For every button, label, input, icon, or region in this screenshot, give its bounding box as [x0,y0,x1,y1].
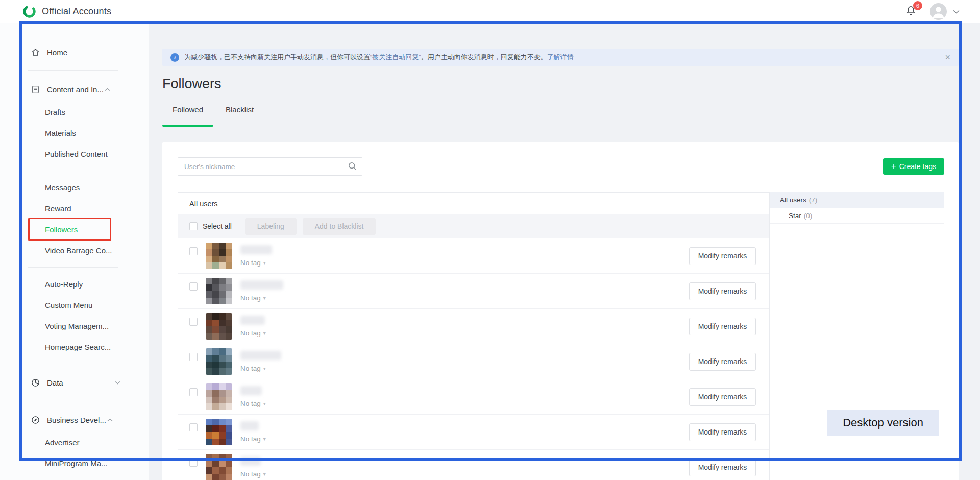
user-nickname-blurred [240,245,272,254]
sidebar-item-followers[interactable]: Followers [0,219,149,240]
tag-item-all-users[interactable]: All users(7) [770,192,944,208]
tab-followed[interactable]: Followed [162,105,213,126]
select-all-label: Select all [203,222,232,230]
chevron-up-icon [107,418,113,422]
main-content: i 为减少骚扰，已不支持向新关注用户手动发消息，但你可以设置“被关注自动回复”。… [149,23,980,480]
chevron-down-icon[interactable] [953,10,960,14]
row-checkbox[interactable] [189,459,198,467]
search-input-wrap [178,157,362,176]
chevron-down-icon [115,381,120,385]
auto-reply-link[interactable]: “被关注自动回复” [370,53,421,61]
modify-remarks-button[interactable]: Modify remarks [689,423,756,441]
compass-icon [31,415,40,425]
user-name-column: No tag▾ [240,351,281,372]
modify-remarks-button[interactable]: Modify remarks [689,282,756,300]
create-tags-button[interactable]: + Create tags [883,158,944,175]
no-tag-dropdown[interactable]: No tag▾ [240,400,266,407]
caret-down-icon: ▾ [263,401,266,406]
sidebar-item-homepage-searc[interactable]: Homepage Searc... [0,337,149,357]
modify-remarks-button[interactable]: Modify remarks [689,247,756,265]
info-icon: i [170,53,179,62]
row-checkbox[interactable] [189,388,198,396]
close-icon[interactable]: × [945,53,950,62]
sidebar-divider [28,364,118,364]
no-tag-label: No tag [240,470,261,478]
sidebar-divider [28,401,118,401]
sidebar-item-auto-reply[interactable]: Auto-Reply [0,274,149,295]
desktop-version-button[interactable]: Desktop version [827,410,939,436]
no-tag-dropdown[interactable]: No tag▾ [240,365,281,372]
modify-remarks-button[interactable]: Modify remarks [689,318,756,335]
sidebar-item-drafts[interactable]: Drafts [0,102,149,123]
sidebar-item-miniprogram-ma[interactable]: MiniProgram Ma... [0,453,149,474]
sidebar-item-label: Video Barrage Co... [45,246,112,255]
sidebar-item-video-barrage-co[interactable]: Video Barrage Co... [0,240,149,261]
no-tag-dropdown[interactable]: No tag▾ [240,329,266,337]
caret-down-icon: ▾ [263,330,266,336]
learn-more-link[interactable]: 了解详情 [547,53,574,61]
sidebar-item-custom-menu[interactable]: Custom Menu [0,295,149,316]
no-tag-dropdown[interactable]: No tag▾ [240,470,266,478]
sidebar-item-content-and-in[interactable]: Content and In... [0,77,149,102]
caret-down-icon: ▾ [263,260,266,266]
tag-count: (0) [804,212,813,220]
user-avatar [206,348,232,375]
notifications-button[interactable]: 6 [905,5,917,18]
sidebar-item-label: Auto-Reply [45,280,83,289]
row-checkbox[interactable] [189,318,198,326]
user-name-column: No tag▾ [240,457,266,478]
sidebar-item-label: Messages [45,183,80,192]
sidebar-item-label: Drafts [45,108,65,116]
sidebar-item-label: Homepage Searc... [45,343,111,351]
no-tag-dropdown[interactable]: No tag▾ [240,294,283,302]
add-to-blacklist-button[interactable]: Add to Blacklist [303,218,376,235]
tab-blacklist[interactable]: Blacklist [215,105,264,126]
user-name-column: No tag▾ [240,316,266,337]
notice-banner: i 为减少骚扰，已不支持向新关注用户手动发消息，但你可以设置“被关注自动回复”。… [162,49,959,66]
row-checkbox[interactable] [189,282,198,291]
no-tag-label: No tag [240,365,261,372]
followers-table: All users Select all Labeling Add to Bla… [178,192,770,480]
no-tag-dropdown[interactable]: No tag▾ [240,259,272,267]
tag-item-star[interactable]: Star(0) [770,208,944,224]
logo[interactable]: Official Accounts [22,5,111,18]
row-checkbox[interactable] [189,423,198,431]
user-avatar [206,313,232,340]
sidebar-item-home[interactable]: Home [0,40,149,64]
select-all-checkbox[interactable] [189,222,198,230]
sidebar-divider [28,267,118,268]
modify-remarks-button[interactable]: Modify remarks [689,388,756,406]
app-title: Official Accounts [42,6,111,17]
search-input[interactable] [178,157,362,176]
modify-remarks-button[interactable]: Modify remarks [689,459,756,476]
sidebar-item-label: Home [47,48,67,57]
sidebar-item-messages[interactable]: Messages [0,177,149,198]
tags-panel: All users(7)Star(0) [770,192,944,224]
user-nickname-blurred [240,457,261,466]
row-checkbox[interactable] [189,247,198,255]
sidebar-item-voting-managem[interactable]: Voting Managem... [0,316,149,337]
table-row: No tag▾Modify remarks [178,414,769,449]
sidebar-item-label: Followers [45,225,78,234]
user-nickname-blurred [240,316,265,325]
sidebar-item-label: MiniProgram Ma... [45,459,108,468]
sidebar-item-advertiser[interactable]: Advertiser [0,432,149,453]
sidebar-item-business-devel[interactable]: Business Devel... [0,407,149,432]
sidebar-item-data[interactable]: Data [0,370,149,395]
tag-count: (7) [809,196,818,204]
sidebar-item-published-content[interactable]: Published Content [0,143,149,164]
no-tag-label: No tag [240,294,261,302]
sidebar-item-label: Published Content [45,150,108,158]
labeling-button[interactable]: Labeling [245,218,297,235]
modify-remarks-button[interactable]: Modify remarks [689,353,756,371]
sidebar-item-materials[interactable]: Materials [0,123,149,143]
sidebar-item-label: Content and In... [47,85,104,94]
no-tag-label: No tag [240,435,261,443]
avatar[interactable] [930,3,947,20]
banner-text-after: 。用户主动向你发消息时，回复能力不变。 [421,53,547,61]
no-tag-dropdown[interactable]: No tag▾ [240,435,266,443]
row-checkbox[interactable] [189,353,198,361]
search-icon[interactable] [348,161,357,173]
sidebar-item-reward[interactable]: Reward [0,198,149,219]
user-nickname-blurred [240,386,262,395]
